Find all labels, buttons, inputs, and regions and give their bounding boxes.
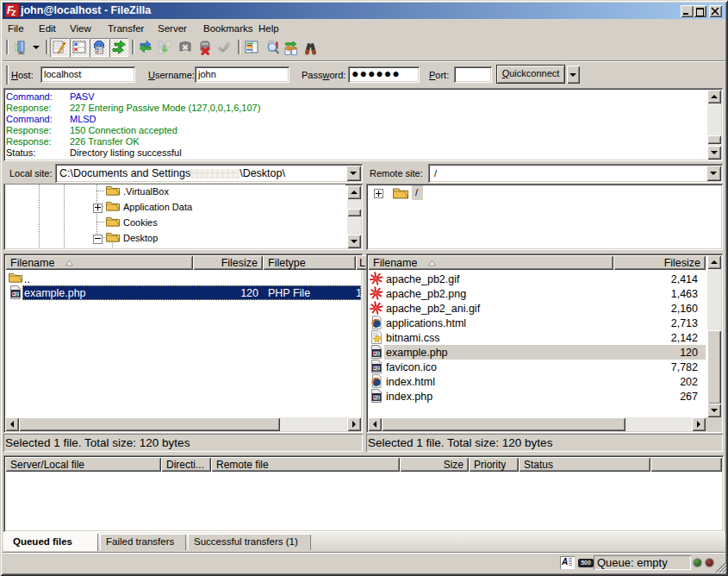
svg-text:z: z (10, 8, 16, 17)
